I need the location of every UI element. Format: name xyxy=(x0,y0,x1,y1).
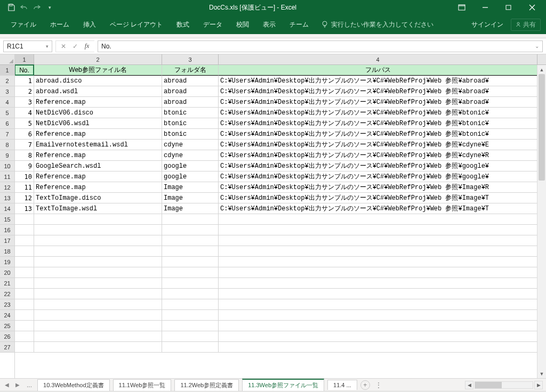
vertical-scrollbar[interactable]: ▲ ▼ xyxy=(537,65,546,378)
share-button[interactable]: 共有 xyxy=(511,19,541,31)
enter-formula-button[interactable]: ✓ xyxy=(70,43,81,50)
cell-fullpath[interactable]: C:¥Users¥Admin¥Desktop¥出力サンプルのソース¥C#¥Web… xyxy=(219,140,537,150)
cell-empty[interactable] xyxy=(162,310,219,321)
cell-empty[interactable] xyxy=(219,257,537,267)
cell-empty[interactable] xyxy=(162,299,219,310)
ribbon-tab-pagelayout[interactable]: ページ レイアウト xyxy=(105,16,168,34)
row-header[interactable]: 24 xyxy=(0,310,14,321)
row-header[interactable]: 3 xyxy=(0,86,14,97)
scroll-down-button[interactable]: ▼ xyxy=(537,369,546,378)
hscroll-track[interactable] xyxy=(475,381,533,389)
row-header[interactable]: 20 xyxy=(0,267,14,278)
cell-empty[interactable] xyxy=(15,278,34,289)
row-header[interactable]: 15 xyxy=(0,214,14,225)
cell-filename[interactable]: Reference.map xyxy=(34,129,162,140)
cell-empty[interactable] xyxy=(162,267,219,278)
cell-filename[interactable]: abroad.disco xyxy=(34,76,162,86)
cell-empty[interactable] xyxy=(219,310,537,321)
cell-filename[interactable]: Reference.map xyxy=(34,182,162,193)
cell-empty[interactable] xyxy=(219,331,537,342)
cell-empty[interactable] xyxy=(162,257,219,267)
cell-empty[interactable] xyxy=(219,299,537,310)
cell-empty[interactable] xyxy=(219,321,537,331)
cell-empty[interactable] xyxy=(15,214,34,225)
cell-empty[interactable] xyxy=(162,321,219,331)
cell-fullpath[interactable]: C:¥Users¥Admin¥Desktop¥出力サンプルのソース¥C#¥Web… xyxy=(219,203,537,214)
cell-empty[interactable] xyxy=(162,246,219,257)
cell-empty[interactable] xyxy=(34,331,162,342)
cell-empty[interactable] xyxy=(162,342,219,353)
cell-no[interactable]: 12 xyxy=(15,193,34,203)
table-header-cell[interactable]: フルパス xyxy=(219,65,537,76)
row-header[interactable]: 1 xyxy=(0,65,14,76)
minimize-button[interactable] xyxy=(473,0,497,15)
cell-filename[interactable]: NetDicV06.disco xyxy=(34,108,162,118)
cell-fullpath[interactable]: C:¥Users¥Admin¥Desktop¥出力サンプルのソース¥C#¥Web… xyxy=(219,86,537,97)
table-header-cell[interactable]: Web参照ファイル名 xyxy=(34,65,162,76)
ribbon-tab-home[interactable]: ホーム xyxy=(45,16,75,34)
cell-empty[interactable] xyxy=(15,289,34,299)
ribbon-tab-review[interactable]: 校閲 xyxy=(231,16,254,34)
cell-no[interactable]: 5 xyxy=(15,118,34,129)
cell-empty[interactable] xyxy=(34,246,162,257)
cell-folder[interactable]: btonic xyxy=(162,129,219,140)
ribbon-tab-file[interactable]: ファイル xyxy=(5,16,42,34)
cell-filename[interactable]: GoogleSearch.wsdl xyxy=(34,161,162,172)
cell-empty[interactable] xyxy=(15,267,34,278)
cell-empty[interactable] xyxy=(162,331,219,342)
grid[interactable]: 1 2 3 4 No.Web参照ファイル名フォルダ名フルパス1abroad.di… xyxy=(15,54,546,378)
cell-empty[interactable] xyxy=(15,342,34,353)
cell-filename[interactable]: Reference.map xyxy=(34,150,162,161)
sheet-tab-options[interactable]: ⋮ xyxy=(373,381,384,389)
cell-no[interactable]: 3 xyxy=(15,97,34,108)
sheet-tab[interactable]: 10.3WebMethod定義書 xyxy=(37,379,110,391)
cell-empty[interactable] xyxy=(15,321,34,331)
save-button[interactable] xyxy=(5,2,17,13)
sheet-tab[interactable]: 11.1Web参照一覧 xyxy=(113,379,172,391)
cell-folder[interactable]: Image xyxy=(162,193,219,203)
cell-empty[interactable] xyxy=(162,289,219,299)
cell-empty[interactable] xyxy=(219,246,537,257)
cell-empty[interactable] xyxy=(15,246,34,257)
cell-fullpath[interactable]: C:¥Users¥Admin¥Desktop¥出力サンプルのソース¥C#¥Web… xyxy=(219,129,537,140)
row-header[interactable]: 16 xyxy=(0,225,14,235)
cell-no[interactable]: 9 xyxy=(15,161,34,172)
cell-no[interactable]: 2 xyxy=(15,86,34,97)
column-header[interactable]: 1 xyxy=(15,54,34,64)
cell-folder[interactable]: abroad xyxy=(162,76,219,86)
cell-no[interactable]: 10 xyxy=(15,172,34,182)
cell-fullpath[interactable]: C:¥Users¥Admin¥Desktop¥出力サンプルのソース¥C#¥Web… xyxy=(219,118,537,129)
cell-empty[interactable] xyxy=(34,310,162,321)
sheet-more-left[interactable]: ... xyxy=(25,381,34,389)
row-header[interactable]: 26 xyxy=(0,331,14,342)
cell-empty[interactable] xyxy=(34,214,162,225)
cell-empty[interactable] xyxy=(34,257,162,267)
cell-empty[interactable] xyxy=(34,278,162,289)
table-header-cell[interactable]: フォルダ名 xyxy=(162,65,219,76)
row-header[interactable]: 2 xyxy=(0,76,14,86)
hscroll-left-button[interactable]: ◀ xyxy=(465,381,473,389)
row-header[interactable]: 6 xyxy=(0,118,14,129)
cell-empty[interactable] xyxy=(15,235,34,246)
ribbon-tab-team[interactable]: チーム xyxy=(284,16,314,34)
row-header[interactable]: 19 xyxy=(0,257,14,267)
row-header[interactable]: 13 xyxy=(0,193,14,203)
row-header[interactable]: 10 xyxy=(0,161,14,172)
cancel-formula-button[interactable]: ✕ xyxy=(58,43,69,50)
cell-no[interactable]: 6 xyxy=(15,129,34,140)
cell-no[interactable]: 11 xyxy=(15,182,34,193)
cell-folder[interactable]: btonic xyxy=(162,118,219,129)
row-header[interactable]: 22 xyxy=(0,289,14,299)
cell-filename[interactable]: Emailvernotestemail.wsdl xyxy=(34,140,162,150)
sheet-nav-prev-button[interactable]: ◀ xyxy=(3,382,11,388)
row-header[interactable]: 18 xyxy=(0,246,14,257)
cell-fullpath[interactable]: C:¥Users¥Admin¥Desktop¥出力サンプルのソース¥C#¥Web… xyxy=(219,161,537,172)
cell-no[interactable]: 7 xyxy=(15,140,34,150)
ribbon-display-options-button[interactable] xyxy=(450,0,473,15)
row-header[interactable]: 27 xyxy=(0,342,14,353)
qat-customize-button[interactable]: ▾ xyxy=(44,2,55,13)
name-box[interactable]: R1C1 ▾ xyxy=(3,40,52,52)
signin-link[interactable]: サインイン xyxy=(471,20,503,29)
cell-folder[interactable]: abroad xyxy=(162,86,219,97)
close-button[interactable] xyxy=(520,0,544,15)
